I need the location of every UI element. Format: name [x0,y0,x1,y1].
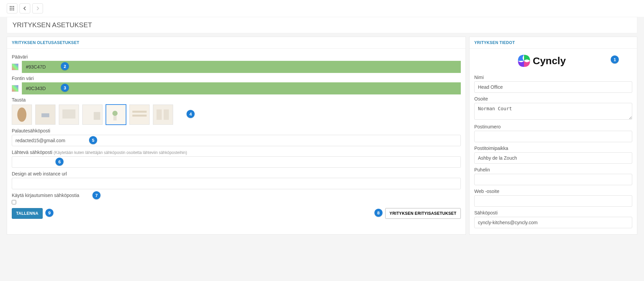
website-input[interactable] [474,195,632,207]
svg-rect-4 [11,8,12,9]
svg-rect-12 [41,113,49,117]
annotation-3: 3 [61,84,69,92]
city-input[interactable] [474,152,632,164]
address-input[interactable] [474,103,632,120]
forward-button [32,3,43,13]
annotation-1: 1 [611,55,619,64]
outgoing-email-input[interactable] [12,156,461,168]
page-title: YRITYKSEN ASETUKSET [7,17,637,33]
svg-rect-2 [13,6,14,7]
save-button[interactable]: TALLENNA [12,208,43,219]
background-thumb-3[interactable] [82,105,103,125]
svg-rect-25 [164,110,169,120]
svg-point-19 [112,111,117,116]
brand-logo: Cyncly [518,53,589,68]
svg-rect-7 [11,9,12,10]
background-thumb-1[interactable] [35,105,55,125]
feedback-email-input[interactable] [12,135,461,146]
svg-point-10 [17,108,26,122]
svg-rect-16 [94,112,100,120]
svg-rect-24 [157,110,162,120]
background-thumb-4[interactable] [106,105,126,125]
svg-rect-0 [10,6,11,7]
svg-rect-22 [132,115,147,117]
svg-rect-14 [63,110,76,119]
name-input[interactable] [474,81,632,93]
postal-code-label: Postinumero [474,124,632,129]
address-label: Osoite [474,96,632,102]
annotation-5: 5 [89,136,97,144]
background-thumb-6[interactable] [153,105,173,125]
font-color-input[interactable] [22,82,461,94]
annotation-7: 7 [92,191,100,199]
use-login-email-checkbox[interactable] [12,200,16,204]
back-button[interactable] [19,3,30,13]
svg-rect-21 [132,111,147,113]
background-thumb-2[interactable] [59,105,79,125]
annotation-8: 8 [374,209,383,217]
background-thumb-0[interactable] [12,105,32,125]
svg-text:Cyncly: Cyncly [533,55,566,66]
font-color-label: Fontin väri [12,76,461,81]
svg-rect-23 [153,105,173,124]
svg-rect-5 [13,8,14,9]
svg-rect-18 [113,116,117,121]
outgoing-email-label: Lähtevä sähköposti (Käytetään kuten lähe… [12,150,461,155]
color-picker-icon[interactable] [12,85,18,92]
use-login-email-label: Käytä kirjautumisen sähköpostia 7 [12,193,461,198]
website-label: Web -osoite [474,189,632,194]
svg-rect-3 [10,8,11,9]
background-label: Tausta [12,97,461,103]
apps-icon[interactable] [7,3,17,13]
special-settings-button[interactable]: YRITYKSEN ERITYISASETUKSET [385,208,461,219]
phone-label: Puhelin [474,167,632,172]
annotation-2: 2 [61,62,69,70]
annotation-6: 6 [55,158,64,166]
svg-rect-6 [10,9,11,10]
svg-rect-1 [11,6,12,7]
defaults-header: YRITYKSEN OLETUSASETUKSET [7,37,466,49]
design-url-input[interactable] [12,178,461,189]
design-url-label: Design at web instance url [12,171,461,176]
svg-rect-8 [13,9,14,10]
outgoing-email-hint: (Käytetään kuten lähettäjän sähköpostin … [54,150,187,155]
name-label: Nimi [474,75,632,80]
feedback-email-label: Palautesähköposti [12,128,461,133]
color-picker-icon[interactable] [12,64,18,70]
postal-code-input[interactable] [474,131,632,142]
annotation-4: 4 [187,110,195,118]
city-label: Postitoimipaikka [474,146,632,151]
outgoing-email-label-text: Lähtevä sähköposti [12,150,52,155]
email-label: Sähköposti [474,210,632,215]
primary-color-input[interactable] [22,61,461,73]
background-thumb-5[interactable] [129,105,150,125]
primary-color-label: Pääväri [12,54,461,59]
email-input[interactable] [474,217,632,228]
phone-input[interactable] [474,174,632,185]
annotation-9: 9 [45,209,53,217]
details-header: YRITYKSEN TIEDOT [470,37,637,49]
